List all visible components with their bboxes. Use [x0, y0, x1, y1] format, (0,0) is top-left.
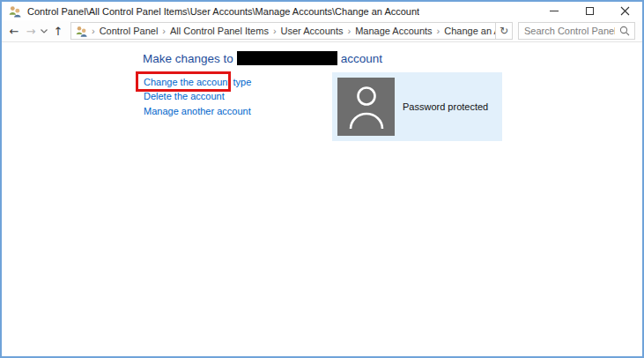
breadcrumb-all-control-panel-items[interactable]: All Control Panel Items	[167, 24, 271, 38]
back-icon: ←	[10, 25, 19, 38]
search-icon	[619, 26, 630, 36]
minimize-icon	[550, 11, 559, 11]
recent-locations-button[interactable]	[39, 22, 49, 40]
avatar	[337, 78, 395, 136]
page-title: Make changes to account	[143, 51, 382, 65]
back-button[interactable]: ←	[5, 22, 23, 40]
user-avatar-icon	[344, 83, 389, 131]
close-icon	[620, 6, 630, 16]
maximize-button[interactable]	[572, 2, 607, 20]
chevron-down-icon	[41, 29, 48, 34]
heading-suffix: account	[341, 52, 382, 65]
address-bar[interactable]: › Control Panel › All Control Panel Item…	[70, 22, 496, 40]
password-protected-label: Password protected	[403, 72, 488, 141]
breadcrumb-user-accounts[interactable]: User Accounts	[278, 24, 346, 38]
title-bar[interactable]: Control Panel\All Control Panel Items\Us…	[2, 2, 642, 20]
forward-icon: →	[26, 25, 36, 38]
close-button[interactable]	[607, 2, 642, 20]
page-content: Make changes to account Change the accou…	[2, 42, 642, 358]
breadcrumb-chevron-icon: ›	[90, 26, 97, 36]
user-accounts-icon	[8, 4, 22, 19]
breadcrumb-change-an-account[interactable]: Change an Account	[441, 24, 496, 38]
breadcrumb-chevron-icon: ›	[345, 26, 352, 36]
delete-account-link[interactable]: Delete the account	[144, 91, 225, 101]
account-tile: Password protected	[332, 72, 502, 141]
manage-another-account-link[interactable]: Manage another account	[144, 106, 251, 116]
up-button[interactable]: ↑	[49, 22, 67, 40]
user-accounts-icon	[75, 25, 88, 38]
control-panel-window: Control Panel\All Control Panel Items\Us…	[0, 0, 644, 358]
search-input[interactable]	[519, 26, 615, 36]
redacted-account-name	[237, 51, 337, 65]
search-box	[518, 22, 635, 40]
forward-button[interactable]: →	[23, 22, 39, 40]
window-controls	[537, 2, 642, 20]
change-account-type-link[interactable]: Change the account type	[144, 77, 251, 87]
heading-prefix: Make changes to	[143, 52, 233, 65]
navigation-toolbar: ← → ↑ › Control Panel › All Control Pane…	[2, 20, 642, 42]
window-title: Control Panel\All Control Panel Items\Us…	[27, 6, 419, 17]
minimize-button[interactable]	[537, 2, 572, 20]
breadcrumb-chevron-icon: ›	[160, 26, 167, 36]
refresh-button[interactable]: ↻	[495, 22, 513, 40]
maximize-icon	[586, 7, 594, 15]
search-button[interactable]	[615, 26, 634, 36]
refresh-icon: ↻	[500, 25, 508, 37]
breadcrumb-chevron-icon: ›	[271, 26, 278, 36]
breadcrumb-manage-accounts[interactable]: Manage Accounts	[352, 24, 434, 38]
breadcrumb-control-panel[interactable]: Control Panel	[97, 24, 161, 38]
up-icon: ↑	[54, 25, 63, 38]
breadcrumb-chevron-icon: ›	[435, 26, 442, 36]
